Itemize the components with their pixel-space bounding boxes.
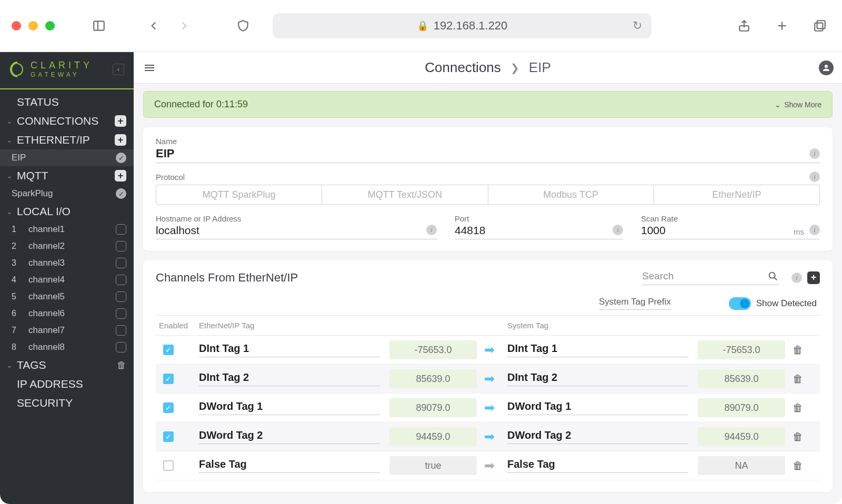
enabled-checkbox[interactable]: ✓ [163,402,174,413]
trash-icon[interactable]: 🗑 [793,402,803,414]
chevron-down-icon: ⌄ [6,136,14,144]
nav-tags[interactable]: ⌄ TAGS 🗑 [0,356,134,375]
trash-icon[interactable]: 🗑 [117,360,126,371]
info-icon[interactable]: i [426,225,437,235]
sidebar-channel-item[interactable]: 4channel4 [0,271,134,288]
checkbox-icon[interactable] [116,241,126,251]
trash-icon[interactable]: 🗑 [793,460,803,471]
nav-connections[interactable]: ⌄ CONNECTIONS + [0,112,134,130]
protocol-tab[interactable]: Modbus TCP [488,185,654,204]
ethernet-tag-value: 94459.0 [389,427,477,446]
sidebar-toggle-icon[interactable] [88,15,109,36]
nav-status[interactable]: STATUS [0,93,134,112]
checkbox-icon[interactable] [116,342,126,352]
enabled-checkbox[interactable]: ✓ [163,374,174,384]
scan-label: Scan Rate [641,214,820,223]
show-detected-label: Show Detected [756,298,817,309]
system-tag-input[interactable]: DInt Tag 1 [507,342,688,357]
svg-point-10 [825,65,828,68]
system-tag-prefix-input[interactable]: System Tag Prefix [599,297,671,310]
sidebar-collapse-button[interactable]: ‹ [113,64,124,75]
nav-eip[interactable]: EIP ✓ [0,149,134,166]
header-bar: Connections ❯ EIP [134,52,842,84]
ethernet-tag-input[interactable]: DWord Tag 2 [199,429,380,444]
checkbox-icon[interactable] [116,275,126,285]
port-input[interactable]: 44818 [455,224,623,239]
sidebar-channel-item[interactable]: 3channel3 [0,255,134,271]
fullscreen-window-button[interactable] [45,21,55,31]
nav-sparkplug[interactable]: SparkPlug ✓ [0,185,134,202]
enabled-checkbox[interactable]: ✓ [163,345,174,355]
nav-mqtt[interactable]: ⌄ MQTT + [0,166,134,185]
name-input[interactable]: EIP [156,147,820,163]
info-icon[interactable]: i [809,172,820,182]
info-icon[interactable]: i [809,148,820,159]
host-input[interactable]: localhost [156,224,437,239]
ethernet-tag-input[interactable]: DInt Tag 1 [199,342,380,357]
checkbox-icon[interactable] [116,308,126,319]
scan-input[interactable]: 1000 [641,224,820,239]
config-card: Name EIP i Protocol i MQTT SparkPlugMQTT… [143,127,833,251]
privacy-shield-icon[interactable] [233,15,254,36]
share-icon[interactable] [734,15,755,36]
info-icon[interactable]: i [791,273,802,283]
protocol-tab[interactable]: MQTT SparkPlug [156,185,322,204]
sidebar-channel-item[interactable]: 1channel1 [0,221,134,238]
url-text: 192.168.1.220 [434,19,508,33]
add-icon[interactable]: + [115,115,126,127]
checkbox-icon[interactable] [116,325,126,336]
checkbox-icon[interactable] [116,258,126,268]
nav-security[interactable]: SECURITY [0,394,134,412]
sidebar-channel-item[interactable]: 7channel7 [0,322,134,339]
search-input[interactable] [642,270,767,282]
table-row: ✓ DInt Tag 2 85639.0 ➡ DInt Tag 2 85639.… [156,365,820,394]
sidebar-channel-item[interactable]: 6channel6 [0,305,134,322]
back-button[interactable] [143,15,164,36]
info-icon[interactable]: i [809,225,820,235]
add-icon[interactable]: + [115,170,126,182]
breadcrumb-connections[interactable]: Connections [425,59,501,76]
search-icon[interactable] [767,270,779,283]
trash-icon[interactable]: 🗑 [793,431,803,442]
account-icon[interactable] [819,61,834,75]
ethernet-tag-input[interactable]: DInt Tag 2 [199,371,380,386]
enabled-checkbox[interactable]: ✓ [163,431,174,442]
arrow-right-icon: ➡ [484,342,495,357]
channels-table-header: Enabled EtherNet/IP Tag System Tag [156,315,820,336]
protocol-tab[interactable]: MQTT Text/JSON [322,185,488,204]
trash-icon[interactable]: 🗑 [793,344,803,356]
channels-card: Channels From EtherNet/IP i + System Tag… [143,260,833,492]
checkbox-icon[interactable] [116,291,126,302]
show-detected-toggle[interactable] [729,297,751,310]
nav-localio[interactable]: ⌄ LOCAL I/O [0,202,134,221]
protocol-tab[interactable]: EtherNet/IP [654,185,819,204]
close-window-button[interactable] [12,21,21,31]
sidebar-channel-item[interactable]: 2channel2 [0,238,134,255]
sidebar-channel-item[interactable]: 5channel5 [0,288,134,305]
trash-icon[interactable]: 🗑 [793,373,803,385]
add-icon[interactable]: + [115,134,126,146]
url-bar[interactable]: 🔒 192.168.1.220 ↻ [273,13,651,38]
reload-icon[interactable]: ↻ [633,19,642,33]
checkbox-icon[interactable] [116,224,126,235]
tabs-icon[interactable] [809,15,830,36]
add-channel-button[interactable]: + [807,271,820,284]
ethernet-tag-value: 89079.0 [389,398,477,417]
arrow-right-icon: ➡ [484,429,495,443]
system-tag-input[interactable]: DWord Tag 1 [507,400,688,415]
system-tag-input[interactable]: DInt Tag 2 [507,371,688,386]
info-icon[interactable]: i [613,225,623,235]
ethernet-tag-input[interactable]: False Tag [199,458,380,473]
nav-ethernetip[interactable]: ⌄ ETHERNET/IP + [0,130,134,149]
enabled-checkbox[interactable] [163,460,174,471]
minimize-window-button[interactable] [28,21,38,31]
system-tag-input[interactable]: False Tag [507,458,688,473]
new-tab-icon[interactable] [771,15,793,36]
sidebar-channel-item[interactable]: 8channel8 [0,339,134,356]
show-more-button[interactable]: ⌄ Show More [775,100,821,109]
system-tag-input[interactable]: DWord Tag 2 [507,429,688,444]
ethernet-tag-input[interactable]: DWord Tag 1 [199,400,380,415]
menu-icon[interactable] [142,61,157,75]
ethernet-tag-value: -75653.0 [389,340,477,359]
nav-ipaddress[interactable]: IP ADDRESS [0,375,134,394]
